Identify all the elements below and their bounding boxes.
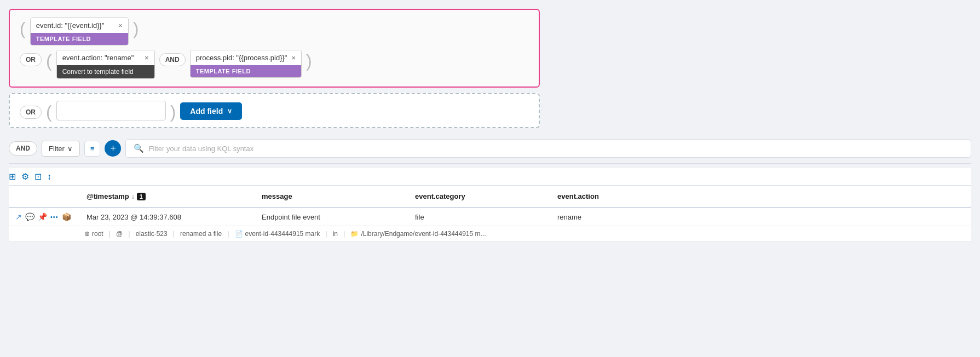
filter-dropdown[interactable]: Filter ∨ [42,141,80,157]
process-pid-close-icon[interactable]: × [291,54,296,62]
table-header-row: @timestamp ↓ 1 message event.category ev… [9,186,971,208]
event-id-template-badge: TEMPLATE FIELD [31,33,128,45]
th-category-label: event.category [415,192,465,200]
query-row-1: ( event.id: "{{event.id}}" × TEMPLATE FI… [20,18,529,45]
td-timestamp: Mar 23, 2023 @ 14:39:37.608 [80,213,255,221]
partial-elastic-text: elastic-523 [136,230,168,238]
partial-cell-at: @ [112,230,127,238]
process-pid-chip-header: process.pid: "{{process.pid}}" × [191,50,301,65]
th-message[interactable]: message [255,189,408,204]
filter-label: Filter [49,145,65,153]
event-id-chip-header: event.id: "{{event.id}}" × [31,18,128,33]
bottom-paren-open: ( [46,103,52,120]
partial-action-text: renamed a file [180,230,222,238]
paren-close-1: ) [133,20,139,37]
process-pid-template-badge: TEMPLATE FIELD [191,65,301,77]
table-row: ↗ 💬 📌 ••• 📦 Mar 23, 2023 @ 14:39:37.608 … [9,208,971,226]
process-pid-label: process.pid: "{{process.pid}}" [196,54,287,62]
kql-search-input[interactable]: 🔍 Filter your data using KQL syntax [125,139,971,158]
add-filter-button[interactable]: + [105,140,121,157]
td-category: file [408,213,551,221]
paren-open-2: ( [46,52,52,70]
convert-to-template-badge[interactable]: Convert to template field [57,65,154,78]
event-action-chip-header: event.action: "rename" × [57,50,154,65]
query-builder: ( event.id: "{{event.id}}" × TEMPLATE FI… [9,9,540,88]
folder-icon: 📁 [350,230,359,238]
event-id-chip[interactable]: event.id: "{{event.id}}" × TEMPLATE FIEL… [30,18,129,45]
comment-icon[interactable]: 💬 [25,212,34,221]
sort-badge: 1 [137,193,146,200]
filter-chevron-icon: ∨ [67,145,73,153]
sort-icon[interactable]: ↕ [47,172,51,182]
filter-lines-icon: ≡ [90,145,95,153]
th-category[interactable]: event.category [408,189,551,204]
dashed-outer-row: OR ( ) Add field ∨ [9,93,540,128]
plus-icon: + [110,143,116,153]
row-actions: ↗ 💬 📌 ••• 📦 [9,212,80,221]
process-pid-chip[interactable]: process.pid: "{{process.pid}}" × TEMPLAT… [190,50,302,78]
partial-cell-root: ⊕ root [80,230,108,238]
event-action-label: event.action: "rename" [62,54,134,62]
package-icon[interactable]: 📦 [62,212,71,221]
and-pill[interactable]: AND [159,53,186,66]
doc-icon: 📄 [235,230,243,238]
partial-in-text: in [333,230,338,238]
add-field-label: Add field [190,107,223,116]
td-message: Endpoint file event [255,213,408,221]
add-field-button[interactable]: Add field ∨ [180,102,242,120]
partial-cell-action: renamed a file [176,230,226,238]
th-action-label: event.action [557,192,599,200]
columns-icon[interactable]: ⊞ [9,171,16,182]
kql-placeholder-text: Filter your data using KQL syntax [148,145,253,153]
pin-icon[interactable]: 📌 [38,212,47,221]
expand-row-icon[interactable]: ↗ [15,212,22,221]
main-container: ( event.id: "{{event.id}}" × TEMPLATE FI… [0,0,980,357]
paren-open-1: ( [20,20,26,37]
partial-at-text: @ [116,230,123,238]
settings-icon[interactable]: ⚙ [21,171,29,182]
bottom-or-pill[interactable]: OR [20,106,42,119]
partial-cell-in: in [328,230,342,238]
event-action-chip[interactable]: event.action: "rename" × Convert to temp… [56,50,155,79]
and-filter-pill[interactable]: AND [9,141,37,156]
partial-path-text: /Library/Endgame/event-id-443444915 m... [361,230,486,238]
th-timestamp[interactable]: @timestamp ↓ 1 [80,189,255,204]
partial-root-text: root [92,230,103,238]
td-action: rename [551,213,660,221]
partial-eventid-text: event-id-443444915 mark [245,230,320,238]
filter-icon-button[interactable]: ≡ [84,141,101,157]
filter-bar: AND Filter ∨ ≡ + 🔍 Filter your data usin… [9,134,971,164]
sort-arrow-icon: ↓ [131,193,135,200]
query-row-2: OR ( event.action: "rename" × Convert to… [20,50,529,79]
th-timestamp-label: @timestamp [87,192,129,200]
blank-chip[interactable] [56,101,166,120]
bottom-query-row: OR ( ) Add field ∨ [20,101,529,120]
kql-search-icon: 🔍 [134,143,144,153]
bottom-paren-close: ) [170,103,176,120]
event-id-close-icon[interactable]: × [118,21,123,30]
add-field-chevron-icon: ∨ [227,107,232,115]
or-pill[interactable]: OR [20,53,42,66]
more-dots-icon[interactable]: ••• [50,214,59,220]
partial-cell-eventid: 📄 event-id-443444915 mark [230,230,325,238]
paren-close-2: ) [306,52,312,70]
partial-cell-elastic: elastic-523 [131,230,172,238]
root-icon: ⊕ [84,230,90,238]
expand-icon[interactable]: ⊡ [34,171,42,182]
th-action[interactable]: event.action [551,189,660,204]
partial-row: ⊕ root | @ | elastic-523 | renamed a fil… [9,226,971,241]
event-id-label: event.id: "{{event.id}}" [36,21,105,30]
event-action-close-icon[interactable]: × [145,54,149,62]
table-toolbar: ⊞ ⚙ ⊡ ↕ [9,168,971,186]
th-message-label: message [262,192,292,200]
partial-cell-path: 📁 /Library/Endgame/event-id-443444915 m.… [346,230,490,238]
